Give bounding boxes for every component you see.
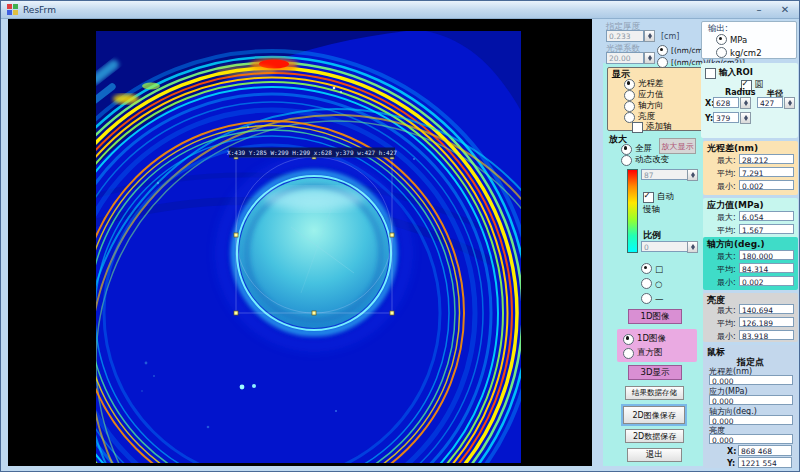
radio-icon <box>624 101 635 112</box>
retardation-min-field: 0.002 <box>739 180 794 190</box>
mouse-brightness-field: 0.000 <box>709 434 793 444</box>
save-result-button[interactable]: 结果数据存储 <box>625 386 684 400</box>
max-label: 最大: <box>717 251 736 262</box>
mouse-x-field: 868 468 <box>738 445 792 456</box>
radio-icon <box>621 155 632 166</box>
retardation-stats-box: 光程差(nm) 最大: 28.212 平均: 7.291 最小: 0.002 <box>703 141 798 195</box>
mouse-stress-field: 0.000 <box>709 395 793 405</box>
brightness-max-field: 140.694 <box>739 304 794 314</box>
roi-radius-spinner[interactable] <box>784 97 795 109</box>
save-2d-image-button[interactable]: 2D图像保存 <box>623 406 685 424</box>
radio-icon <box>641 278 652 289</box>
roi-handle <box>234 233 238 237</box>
max-label: 最大: <box>717 212 736 223</box>
zoom-show-button[interactable]: 放大显示 <box>659 138 696 154</box>
roi-radius-field[interactable]: 427 <box>757 97 783 108</box>
thickness-field[interactable]: 0.233 <box>606 30 644 42</box>
display-3d-button[interactable]: 3D显示 <box>628 365 682 380</box>
roi-handle <box>390 311 394 315</box>
marker-circle-radio[interactable]: ○ <box>641 278 662 289</box>
coefficient-field[interactable]: 20.00 <box>606 52 644 64</box>
slow-axis-label: 慢轴 <box>643 204 660 216</box>
scale-spinner[interactable] <box>687 241 698 253</box>
app-icon <box>7 4 18 15</box>
image-1d-button[interactable]: 1D图像 <box>628 309 682 324</box>
measurement-image[interactable]: X:439 Y:285 W:299 H:299 x:628 y:379 w:42… <box>96 31 521 463</box>
brightness-min-field: 83.918 <box>739 330 794 340</box>
roi-x-field[interactable]: 628 <box>713 97 739 108</box>
retardation-max-field: 28.212 <box>739 154 794 164</box>
roi-handle <box>234 311 238 315</box>
close-button[interactable]: ✕ <box>777 4 793 15</box>
radio-icon <box>716 47 727 58</box>
roi-y-field[interactable]: 379 <box>713 112 739 123</box>
roi-panel: 输入ROI 圆 Radius 半径 X: 628 427 Y: 379 <box>701 63 798 138</box>
plot-histogram-radio[interactable]: 直方图 <box>623 347 663 359</box>
avg-label: 平均: <box>717 225 736 236</box>
output-group: 输出: MPa kg/cm2 <box>701 21 797 59</box>
radio-icon <box>623 348 634 359</box>
checkbox-icon <box>632 122 643 133</box>
checkbox-icon <box>643 192 654 203</box>
avg-label: 平均: <box>717 264 736 275</box>
axis-max-field: 180.000 <box>739 250 794 260</box>
max-label: 最大: <box>717 305 736 316</box>
exit-button[interactable]: 退出 <box>627 448 682 462</box>
plot-1d-radio[interactable]: 1D图像 <box>623 333 666 345</box>
radio-icon <box>624 79 635 90</box>
minimize-button[interactable]: – <box>751 4 767 15</box>
axis-avg-field: 84.314 <box>739 263 794 273</box>
image-canvas[interactable]: X:439 Y:285 W:299 H:299 x:628 y:379 w:42… <box>8 19 592 466</box>
mouse-y-label: Y: <box>727 459 735 468</box>
brightness-stats-box: 亮度 最大: 140.694 平均: 126.189 最小: 83.918 <box>703 293 798 342</box>
mouse-retardation-field: 0.000 <box>709 375 793 385</box>
min-label: 最小: <box>717 181 736 192</box>
avg-label: 平均: <box>717 168 736 179</box>
level-spinner[interactable] <box>687 169 698 181</box>
marker-line-radio[interactable]: — <box>641 293 664 304</box>
roi-handle <box>390 233 394 237</box>
roi-handle <box>312 311 316 315</box>
mouse-axis-field: 0.000 <box>709 415 793 425</box>
radio-icon <box>641 293 652 304</box>
marker-square-radio[interactable]: □ <box>641 263 663 274</box>
retardation-avg-field: 7.291 <box>739 167 794 177</box>
radio-icon <box>624 90 635 101</box>
radio-icon <box>641 263 652 274</box>
add-axis-checkbox[interactable]: 添加轴 <box>632 121 672 133</box>
mouse-y-field: 1221 554 <box>738 457 792 468</box>
min-label: 最小: <box>717 331 736 342</box>
radio-icon <box>621 144 632 155</box>
color-scale-bar <box>627 169 638 253</box>
max-label: 最大: <box>717 155 736 166</box>
roi-x-spinner[interactable] <box>740 97 751 109</box>
mouse-panel: 鼠标 指定点 光程差(nm) 0.000 应力(MPa) 0.000 轴方向(d… <box>703 345 798 468</box>
radio-icon <box>657 45 668 56</box>
coefficient-spinner[interactable] <box>644 52 655 64</box>
checkbox-icon <box>705 68 716 79</box>
save-2d-data-button[interactable]: 2D数据保存 <box>625 429 684 443</box>
stress-max-field: 6.054 <box>739 211 794 221</box>
axis-stats-box: 轴方向(deg.) 最大: 180.000 平均: 84.314 最小: 0.0… <box>703 237 798 290</box>
axis-min-field: 0.002 <box>739 276 794 286</box>
output-kg-radio[interactable]: kg/cm2 <box>716 47 762 58</box>
min-label: 最小: <box>717 277 736 288</box>
radio-icon <box>623 334 634 345</box>
window-title: ResFrm <box>23 5 56 15</box>
app-window: ResFrm – ✕ <box>0 0 800 472</box>
stress-avg-field: 1.567 <box>739 224 794 234</box>
mouse-x-label: X: <box>727 447 736 456</box>
roi-annotation: X:439 Y:285 W:299 H:299 x:628 y:379 w:42… <box>227 149 397 157</box>
display-group: 显示 光程差 应力值 轴方向 亮度 添加轴 <box>607 67 709 131</box>
brightness-avg-field: 126.189 <box>739 317 794 327</box>
title-bar: ResFrm – ✕ <box>1 1 799 19</box>
plot-mode-panel: 1D图像 直方图 <box>617 329 697 362</box>
thickness-spinner[interactable] <box>644 30 655 42</box>
zoom-dynamic-radio[interactable]: 动态改变 <box>621 154 669 166</box>
thickness-unit-label: [cm] <box>661 32 679 41</box>
roi-y-spinner[interactable] <box>740 112 751 124</box>
avg-label: 平均: <box>717 318 736 329</box>
radio-icon <box>716 34 727 45</box>
auto-checkbox[interactable]: 自动 <box>643 191 674 203</box>
output-mpa-radio[interactable]: MPa <box>716 34 747 45</box>
